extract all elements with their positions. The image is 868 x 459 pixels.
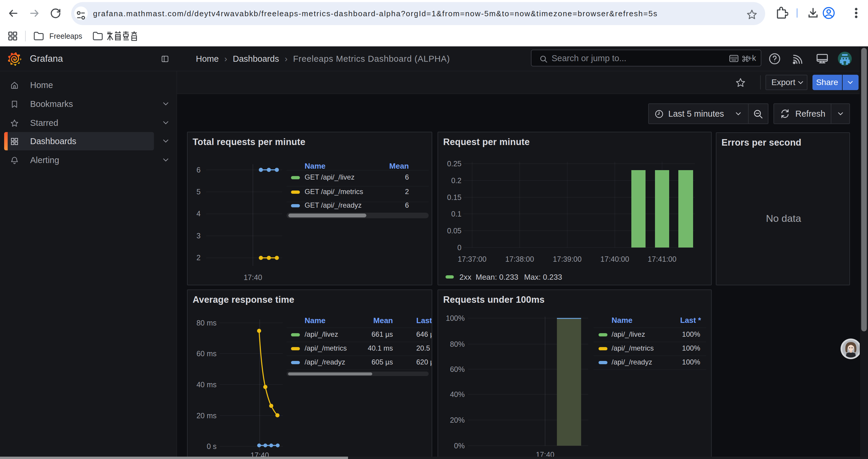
svg-text:2: 2 <box>196 254 200 262</box>
svg-text:17:37:00: 17:37:00 <box>458 255 486 263</box>
svg-text:4: 4 <box>196 209 200 218</box>
svg-text:0: 0 <box>457 243 462 252</box>
svg-text:20 ms: 20 ms <box>196 412 217 420</box>
svg-text:17:40:00: 17:40:00 <box>600 255 629 263</box>
svg-text:17:38:00: 17:38:00 <box>505 255 534 263</box>
svg-text:17:39:00: 17:39:00 <box>553 255 582 263</box>
svg-text:40%: 40% <box>450 390 465 398</box>
svg-text:0 s: 0 s <box>207 442 217 451</box>
svg-text:3: 3 <box>196 232 200 240</box>
svg-text:40 ms: 40 ms <box>196 381 217 389</box>
svg-text:0.05: 0.05 <box>447 227 462 235</box>
svg-text:17:40: 17:40 <box>244 273 262 282</box>
svg-text:0%: 0% <box>454 441 465 450</box>
svg-text:0.25: 0.25 <box>447 160 462 168</box>
svg-text:0.1: 0.1 <box>451 210 462 218</box>
svg-text:20%: 20% <box>450 416 465 424</box>
svg-text:2xx: 2xx <box>459 273 471 282</box>
svg-text:Mean: 0.233: Mean: 0.233 <box>476 273 519 282</box>
svg-text:80%: 80% <box>450 340 465 348</box>
svg-text:100%: 100% <box>446 314 465 322</box>
svg-text:Max: 0.233: Max: 0.233 <box>524 273 562 282</box>
svg-text:80 ms: 80 ms <box>196 319 217 327</box>
svg-text:0.2: 0.2 <box>451 176 462 185</box>
svg-text:6: 6 <box>196 166 200 174</box>
svg-text:0.15: 0.15 <box>447 193 462 201</box>
svg-text:60 ms: 60 ms <box>196 350 217 358</box>
svg-text:60%: 60% <box>450 365 465 373</box>
svg-text:5: 5 <box>196 188 200 196</box>
svg-text:17:41:00: 17:41:00 <box>648 255 676 263</box>
